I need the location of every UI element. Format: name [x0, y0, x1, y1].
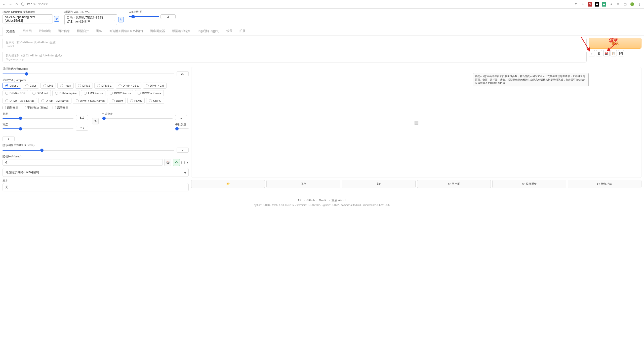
sampler-radio-dpm2-a[interactable]: DPM2 a — [94, 83, 114, 89]
model-refresh-button[interactable]: ↻ — [54, 16, 59, 22]
cfg-slider[interactable] — [3, 148, 174, 152]
save-style-button[interactable]: 💾 — [618, 50, 624, 56]
sampler-radio-dpm2-karras[interactable]: DPM2 Karras — [107, 90, 133, 96]
ext-icon-2[interactable]: ■ — [595, 2, 599, 7]
zip-button[interactable]: Zip — [342, 180, 416, 188]
cfg-value[interactable]: 7 — [177, 148, 189, 153]
interrogate-tooltip: 从提示词(prompt)中自动提取生成参数，若当前提示词为空则从上次的生成信息中… — [473, 73, 589, 86]
tab-4[interactable]: 模型合并 — [73, 27, 93, 36]
footer-links[interactable]: API ・ Github ・ Gradio ・ 重启 WebUI — [0, 194, 644, 204]
menu-dots-icon[interactable]: ⋮ — [637, 2, 641, 7]
sampler-radio-dpm-2m[interactable]: DPM++ 2M — [143, 83, 167, 89]
ext-icon-1[interactable]: N — [588, 2, 592, 7]
script-label: 脚本 — [3, 179, 189, 183]
restore-faces-checkbox[interactable]: 面部修复 — [3, 106, 18, 110]
star-icon[interactable]: ☆ — [581, 2, 585, 7]
batch-size-label: 每批数量 — [175, 123, 189, 126]
vae-label: 模型的 VAE (SD VAE) — [64, 10, 124, 14]
chevron-down-icon: ⌄ — [49, 18, 51, 20]
seed-expand-icon[interactable]: ▼ — [186, 161, 189, 164]
top-config-row: Stable Diffusion 模型(ckpt) sd-v1-5-inpain… — [0, 9, 644, 26]
height-slider[interactable] — [3, 127, 73, 130]
tab-2[interactable]: 附加功能 — [35, 27, 54, 36]
tab-6[interactable]: 可选附加网络(LoRA插件) — [106, 27, 146, 36]
recycle-button[interactable]: ♻ — [173, 159, 180, 166]
tab-5[interactable]: 训练 — [93, 27, 106, 36]
info-icon[interactable]: ⓘ — [21, 2, 24, 7]
styles-button[interactable]: 🎴 — [603, 50, 610, 56]
sampler-radio-euler[interactable]: Euler — [23, 83, 39, 89]
tab-8[interactable]: 模型格式转换 — [169, 27, 194, 36]
tab-7[interactable]: 图库浏览器 — [146, 27, 169, 36]
send-inpaint-button[interactable]: >> 局部重绘 — [492, 180, 566, 188]
sampler-radio-lms[interactable]: LMS — [41, 83, 56, 89]
nav-forward-icon[interactable]: → — [9, 3, 12, 6]
ext-icon-3[interactable]: ◆ — [602, 2, 606, 7]
sampler-radio-dpm2-a-karras[interactable]: DPM2 a Karras — [135, 90, 164, 96]
sampler-radio-dpm-2m-karras[interactable]: DPM++ 2M Karras — [38, 98, 71, 104]
width-value[interactable]: 512 — [76, 115, 88, 120]
swap-dims-button[interactable]: ⇅ — [92, 118, 99, 124]
model-select[interactable]: sd-v1-5-inpainting.ckpt [c6bbc15e32] ⌄ — [3, 14, 53, 23]
hires-checkbox[interactable]: 高清修复 — [53, 106, 68, 110]
dice-button[interactable]: 🎲 — [164, 159, 171, 166]
tab-1[interactable]: 图生图 — [19, 27, 35, 36]
batch-count-value[interactable]: 1 — [175, 115, 187, 120]
sampler-radio-dpm2[interactable]: DPM2 — [75, 83, 93, 89]
image-placeholder-icon: ▧ — [414, 119, 419, 125]
window-icon[interactable]: ▢ — [623, 2, 627, 7]
list-icon[interactable]: ≡ — [616, 2, 620, 7]
tab-0[interactable]: 文生图 — [3, 27, 19, 36]
script-select[interactable]: 无 ⌄ — [3, 183, 189, 191]
batch-count-slider[interactable] — [102, 116, 173, 120]
sampler-radio-ddim[interactable]: DDIM — [109, 98, 126, 104]
sampler-radio-dpm-sde-karras[interactable]: DPM++ SDE Karras — [73, 98, 107, 104]
sampler-radio-heun[interactable]: Heun — [57, 83, 74, 89]
clear-prompt-button[interactable]: 🗑 — [596, 50, 602, 56]
profile-icon[interactable]: 🟢 — [630, 2, 634, 7]
width-slider[interactable] — [3, 116, 73, 120]
tiling-checkbox[interactable]: 平铺/分块 (Tiling) — [23, 106, 48, 110]
arrow-tool-button[interactable]: ↙ — [589, 50, 595, 56]
save-button[interactable]: 保存 — [266, 180, 340, 188]
address-url[interactable]: 127.0.0.1:7860 — [26, 2, 48, 6]
sampler-radio-dpm-adaptive[interactable]: DPM adaptive — [52, 90, 79, 96]
height-value[interactable]: 512 — [76, 126, 88, 131]
send-img2img-button[interactable]: >> 图生图 — [417, 180, 491, 188]
sampler-radio-dpm-2s-a-karras[interactable]: DPM++ 2S a Karras — [3, 98, 37, 104]
lora-section[interactable]: 可选附加网络(LoRA插件) ◀ — [3, 168, 189, 177]
batch-size-value[interactable]: 1 — [3, 136, 15, 141]
nav-reload-icon[interactable]: ⟳ — [16, 3, 18, 6]
steps-slider[interactable] — [3, 72, 174, 76]
clip-slider[interactable] — [129, 16, 159, 17]
height-label: 高度 — [3, 123, 73, 126]
tab-11[interactable]: 扩展 — [236, 27, 249, 36]
batch-size-slider[interactable] — [175, 127, 189, 130]
tab-3[interactable]: 图片信息 — [54, 27, 73, 36]
steps-value[interactable]: 20 — [177, 71, 189, 76]
extra-seed-checkbox[interactable] — [181, 161, 185, 164]
sampler-label: 采样方法(Sampler) — [3, 78, 189, 82]
tab-10[interactable]: 设置 — [223, 27, 236, 36]
prompt-textarea[interactable]: 提示词（按 Ctrl+Enter 或 Alt+Enter 生成） Prompt — [3, 38, 587, 49]
vae-refresh-button[interactable]: ↻ — [118, 17, 124, 22]
nav-back-icon[interactable]: ← — [3, 3, 6, 6]
puzzle-icon[interactable]: ✦ — [609, 2, 613, 7]
negative-prompt-textarea[interactable]: 反向提示词（按 Ctrl+Enter 或 Alt+Enter 生成） Negat… — [3, 51, 587, 62]
sampler-radio-unipc[interactable]: UniPC — [146, 98, 164, 104]
vae-select[interactable]: 自动（仅加载与模型同名的 VAE，未找到时不! ⌄ — [64, 14, 117, 25]
sampler-radio-dpm-2s-a[interactable]: DPM++ 2S a — [116, 83, 141, 89]
sampler-radio-lms-karras[interactable]: LMS Karras — [81, 90, 105, 96]
sampler-radio-plms[interactable]: PLMS — [127, 98, 145, 104]
send-extras-button[interactable]: >> 附加功能 — [568, 180, 641, 188]
clip-value[interactable]: 2 — [160, 14, 176, 19]
sampler-radio-euler-a[interactable]: Euler a — [3, 83, 21, 89]
tab-9[interactable]: Tag反推(Tagger) — [194, 27, 223, 36]
batch-count-label: 生成批次 — [102, 112, 173, 116]
sampler-radio-dpm-sde[interactable]: DPM++ SDE — [3, 90, 28, 96]
open-folder-button[interactable]: 📂 — [191, 180, 265, 188]
sampler-radio-dpm-fast[interactable]: DPM fast — [30, 90, 51, 96]
paste-button[interactable]: 📋 — [611, 50, 617, 56]
seed-input[interactable]: -1 — [3, 159, 163, 166]
share-icon[interactable]: ⇪ — [574, 2, 578, 7]
